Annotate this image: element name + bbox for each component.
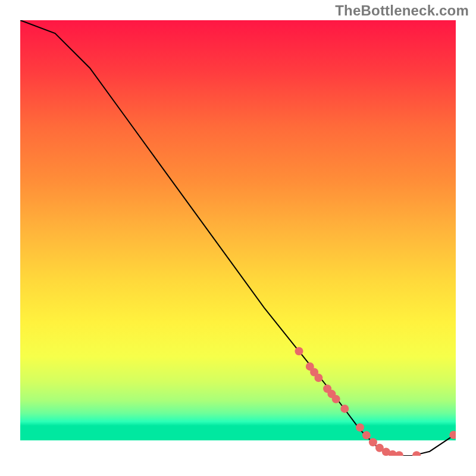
bottleneck-chart: TheBottleneck.com <box>0 0 476 476</box>
chart-canvas <box>0 0 476 476</box>
plot-gradient-area <box>20 20 456 440</box>
data-marker <box>332 395 340 403</box>
data-marker <box>356 423 364 431</box>
data-marker <box>314 374 322 382</box>
data-marker <box>369 438 377 446</box>
data-marker <box>295 347 303 355</box>
data-marker <box>362 431 371 440</box>
data-marker <box>340 405 349 413</box>
